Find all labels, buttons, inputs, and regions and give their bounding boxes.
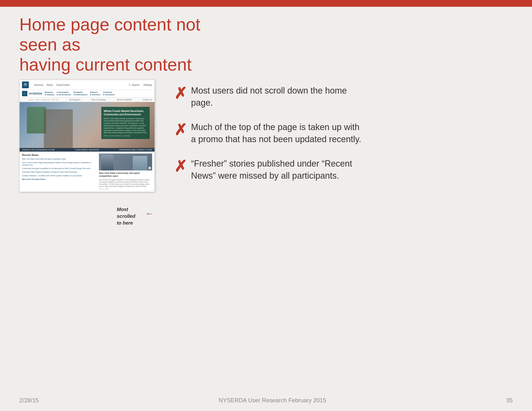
title-line2: having current content: [19, 55, 191, 74]
mockup-brand: NY NYSERDA: [22, 91, 42, 96]
red-arrow-icon: ←: [145, 208, 154, 219]
nav-services: Services: [34, 84, 43, 86]
search-label: Search: [132, 84, 140, 86]
hero-bar-item-0: LEADERS FOR A SUSTAINABLE FUTURE: [22, 149, 55, 151]
bullet-item-2: ✗ “Fresher” stories published under “Rec…: [174, 158, 363, 182]
subnav-business: Business & Industry: [45, 91, 54, 96]
hero-title: Whole Foods Market Nourishes Community a…: [104, 109, 147, 116]
mockup-logo: NEW YORK STATE: [22, 82, 29, 88]
subnav-cleantech: Cleantech & Innovation: [103, 91, 115, 96]
recent-news-heading: Recent News: [22, 154, 96, 156]
website-mockup: NEW YORK STATE Services News Government …: [19, 80, 155, 192]
news-item-4: A major milestone - 10,000th solar elect…: [22, 175, 96, 177]
footer-center: NYSERDA User Research February 2015: [219, 397, 326, 404]
tertnav-programs: All Programs: [69, 99, 81, 101]
mockup-topnav-links: Services News Government: [34, 84, 69, 86]
news-item-1: Gov. Cuomo's 2015 Opportunity Agenda out…: [22, 161, 96, 166]
mockup-hero-overlay: Whole Foods Market Nourishes Community a…: [101, 107, 150, 139]
subnav-partners: Partners & Investors: [90, 91, 101, 96]
hero-link: Find out more: Business & Industry: [104, 135, 147, 137]
hero-bar-item-2: EMPOWERING NEW YORKERS TO SAVE: [119, 149, 152, 151]
scroll-label: Mostscrolledto here: [117, 206, 146, 226]
tertnav-contractor: Find a Contractor: [91, 99, 106, 101]
nav-news: News: [47, 84, 53, 86]
bullet-text-0: Most users did not scroll down the home …: [191, 85, 363, 109]
slide-title: Home page content not seen as having cur…: [19, 15, 237, 75]
mockup-tertiary-nav: EMAIL PRINT FACEBOOK TWITTER All Program…: [19, 98, 154, 102]
news-item-more: More from The News Room: [22, 178, 96, 181]
featured-date: Feb. 11, 2015: [99, 188, 152, 190]
subnav-residents: Residents & Homeowners: [74, 91, 87, 96]
settings-label: Settings: [143, 84, 152, 86]
bullet-text-1: Much of the top of the page is taken up …: [191, 121, 363, 146]
nyserda-label: NYSERDA: [29, 92, 42, 95]
hero-bar-item-1: CLEAN ENERGY INNOVATION: [75, 149, 99, 151]
bullet-text-2: “Fresher” stories published under “Recen…: [191, 158, 363, 182]
x-mark-2: ✗: [174, 159, 186, 174]
title-line1: Home page content not seen as: [19, 15, 200, 54]
footer-date: 2/28/15: [19, 397, 39, 404]
news-item-3: Innovative Pilot Program Available to Re…: [22, 171, 96, 173]
news-item-0: New York State community microgrid compe…: [22, 158, 96, 160]
bullets-container: ✗ Most users did not scroll down the hom…: [174, 85, 363, 194]
bullet-item-1: ✗ Much of the top of the page is taken u…: [174, 121, 363, 146]
featured-img: ?: [99, 154, 152, 170]
news-item-2: Community microgrid competition to be di…: [22, 167, 96, 170]
featured-img-person: [101, 155, 114, 170]
subnav-communities: Communities & Governments: [57, 91, 71, 96]
recent-news-section: Recent News New York State community mic…: [22, 154, 96, 190]
mockup-topnav: NEW YORK STATE Services News Government …: [19, 80, 154, 90]
mockup-hero: Whole Foods Market Nourishes Community a…: [19, 102, 154, 148]
mockup-subnav: NY NYSERDA Business & Industry Communiti…: [19, 90, 154, 98]
mockup-search: 🔍 Search: [128, 84, 140, 86]
nav-government: Government: [56, 84, 69, 86]
footer-page: 35: [506, 397, 513, 404]
slide-footer: 2/28/15 NYSERDA User Research February 2…: [19, 397, 513, 404]
x-mark-0: ✗: [174, 86, 186, 101]
tertnav-contact: Contact Us: [142, 99, 152, 101]
mockup-content: Recent News New York State community mic…: [19, 152, 154, 192]
bullet-item-0: ✗ Most users did not scroll down the hom…: [174, 85, 363, 109]
help-icon: ?: [148, 167, 151, 169]
hero-body: Whole Foods Market (WFM) committed to re…: [104, 118, 147, 134]
tertnav-about: About NYSERDA: [117, 99, 132, 101]
mockup-subnav-items: Business & Industry Communities & Govern…: [45, 91, 115, 96]
mockup-hero-bar: LEADERS FOR A SUSTAINABLE FUTURE CLEAN E…: [19, 148, 154, 152]
x-mark-1: ✗: [174, 122, 186, 138]
featured-body: The NY-Prize microgrid competition is no…: [99, 179, 152, 187]
top-bar: [0, 0, 532, 7]
featured-title: New York State community microgrid compe…: [99, 172, 152, 178]
featured-article: ? New York State community microgrid com…: [99, 154, 152, 190]
